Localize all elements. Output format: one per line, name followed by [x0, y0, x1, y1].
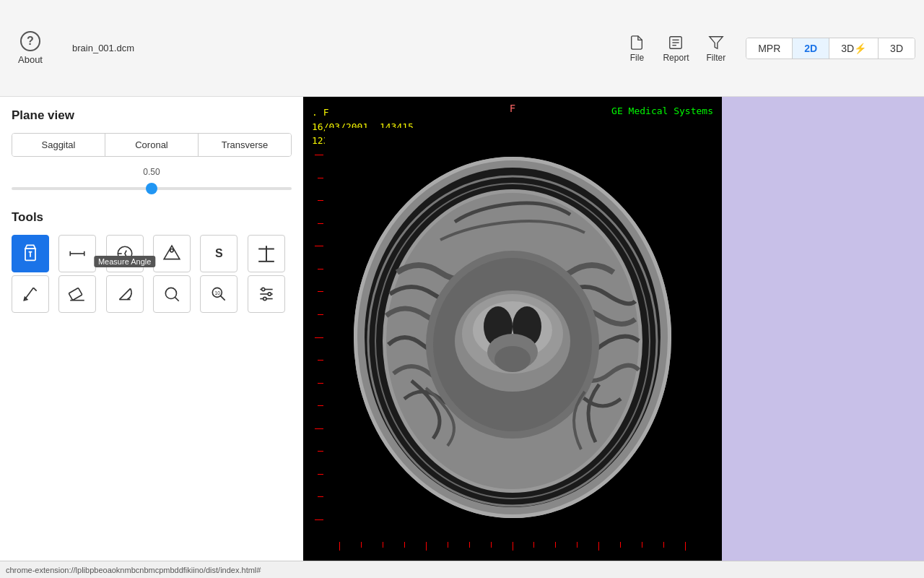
svg-point-13 — [170, 249, 173, 252]
measure-angle-button[interactable]: Measure Angle — [106, 275, 144, 313]
text-button[interactable]: S — [200, 235, 237, 272]
filter-icon — [707, 34, 725, 51]
filter-button[interactable]: Filter — [700, 31, 731, 66]
brain-container — [303, 97, 722, 578]
topbar: ? About brain_001.dcm File — [0, 0, 924, 97]
slider-container: 0.50 — [12, 164, 292, 196]
about-label: About — [18, 54, 43, 65]
zoom-button[interactable] — [153, 275, 191, 313]
svg-point-32 — [268, 293, 271, 296]
file-icon — [628, 34, 645, 51]
brain-image — [325, 128, 700, 547]
svg-marker-4 — [710, 36, 723, 48]
draw-button[interactable] — [12, 275, 49, 313]
measure-area-button[interactable] — [106, 235, 144, 272]
about-section[interactable]: ? About — [9, 31, 52, 65]
filename: brain_001.dcm — [72, 43, 134, 53]
report-button[interactable]: Report — [657, 31, 694, 66]
annotate-button[interactable] — [153, 235, 191, 272]
statusbar: chrome-extension://lplibpbeoaoknmbcnbmcp… — [0, 561, 924, 578]
tools-title: Tools — [12, 210, 292, 225]
report-label: Report — [663, 53, 689, 63]
sidebar: Plane view Saggital Coronal Transverse 0… — [0, 97, 303, 578]
wl-tool-button[interactable] — [12, 235, 49, 272]
2d-button[interactable]: 2D — [793, 38, 829, 59]
right-panel — [722, 97, 924, 578]
view-buttons: MPR 2D 3D⚡ 3D — [746, 38, 915, 59]
file-button[interactable]: File — [622, 31, 651, 66]
plane-view-section: Plane view Saggital Coronal Transverse 0… — [12, 108, 292, 196]
file-label: File — [630, 53, 644, 63]
crosshair-button[interactable] — [248, 235, 285, 272]
svg-point-23 — [165, 288, 176, 298]
report-icon — [667, 34, 684, 51]
3d-fast-button[interactable]: 3D⚡ — [829, 38, 879, 59]
transverse-button[interactable]: Transverse — [199, 134, 291, 156]
filter-label: Filter — [706, 53, 725, 63]
status-url: chrome-extension://lplibpbeoaoknmbcnbmcp… — [6, 566, 261, 574]
svg-rect-19 — [69, 288, 83, 301]
zoom-10-button[interactable]: 10 — [200, 275, 237, 313]
svg-line-18 — [33, 288, 36, 290]
main: Plane view Saggital Coronal Transverse 0… — [0, 97, 924, 578]
plane-slider[interactable] — [12, 187, 292, 190]
tools-section: Tools — [12, 210, 292, 313]
svg-line-24 — [175, 297, 178, 301]
svg-point-33 — [263, 297, 266, 300]
svg-point-31 — [261, 288, 264, 290]
image-panel[interactable]: . F 16/03/2001, 143415 123565 GE Medical… — [303, 97, 722, 578]
svg-text:10: 10 — [215, 290, 221, 296]
3d-button[interactable]: 3D — [879, 38, 915, 59]
eraser-button[interactable] — [58, 275, 96, 313]
about-icon: ? — [20, 31, 40, 51]
plane-buttons: Saggital Coronal Transverse — [12, 133, 292, 157]
svg-line-26 — [220, 296, 225, 301]
coronal-button[interactable]: Coronal — [105, 134, 199, 156]
measure-length-button[interactable] — [58, 235, 96, 272]
saggital-button[interactable]: Saggital — [12, 134, 105, 156]
svg-point-48 — [494, 346, 531, 372]
plane-view-title: Plane view — [12, 108, 292, 123]
ruler-left — [310, 155, 323, 520]
ruler-bottom — [339, 542, 686, 555]
settings-button[interactable] — [248, 275, 285, 313]
tools-grid: S — [12, 235, 292, 313]
viewer: . F 16/03/2001, 143415 123565 GE Medical… — [303, 97, 924, 578]
mpr-button[interactable]: MPR — [746, 38, 793, 59]
slider-value: 0.50 — [12, 167, 292, 177]
toolbar-group: File Report Filter — [622, 31, 731, 66]
